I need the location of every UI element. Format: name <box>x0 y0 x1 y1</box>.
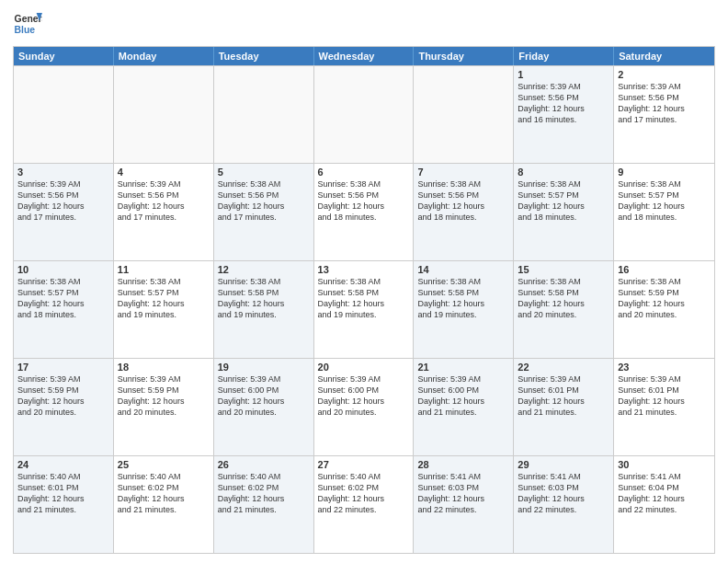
day-info: Sunrise: 5:39 AM Sunset: 5:56 PM Dayligh… <box>118 178 210 224</box>
day-info: Sunrise: 5:38 AM Sunset: 5:57 PM Dayligh… <box>518 178 609 224</box>
day-info: Sunrise: 5:40 AM Sunset: 6:02 PM Dayligh… <box>218 471 310 516</box>
day-info: Sunrise: 5:38 AM Sunset: 5:56 PM Dayligh… <box>218 178 310 224</box>
calendar-cell <box>14 66 114 163</box>
calendar-row: 10Sunrise: 5:38 AM Sunset: 5:57 PM Dayli… <box>14 260 714 358</box>
day-number: 13 <box>318 264 410 275</box>
calendar-cell: 12Sunrise: 5:38 AM Sunset: 5:58 PM Dayli… <box>214 261 314 358</box>
calendar-cell: 18Sunrise: 5:39 AM Sunset: 5:59 PM Dayli… <box>114 359 214 455</box>
calendar-cell <box>314 66 415 163</box>
calendar-cell: 8Sunrise: 5:38 AM Sunset: 5:57 PM Daylig… <box>514 164 614 260</box>
day-info: Sunrise: 5:39 AM Sunset: 6:01 PM Dayligh… <box>518 373 609 419</box>
day-info: Sunrise: 5:38 AM Sunset: 5:57 PM Dayligh… <box>618 178 711 224</box>
day-info: Sunrise: 5:38 AM Sunset: 5:58 PM Dayligh… <box>518 276 609 321</box>
calendar-cell: 29Sunrise: 5:41 AM Sunset: 6:03 PM Dayli… <box>514 456 614 553</box>
day-info: Sunrise: 5:40 AM Sunset: 6:02 PM Dayligh… <box>318 471 410 516</box>
calendar-cell: 16Sunrise: 5:38 AM Sunset: 5:59 PM Dayli… <box>614 261 714 358</box>
day-number: 18 <box>118 362 210 373</box>
logo-icon: General Blue <box>13 9 42 39</box>
calendar-cell <box>114 66 214 163</box>
day-number: 27 <box>318 459 410 470</box>
day-number: 16 <box>618 264 711 275</box>
day-number: 30 <box>618 459 711 470</box>
day-number: 5 <box>218 167 310 178</box>
calendar-cell <box>214 66 314 163</box>
calendar-cell: 22Sunrise: 5:39 AM Sunset: 6:01 PM Dayli… <box>514 359 614 455</box>
day-info: Sunrise: 5:38 AM Sunset: 5:56 PM Dayligh… <box>318 178 410 224</box>
calendar-cell: 14Sunrise: 5:38 AM Sunset: 5:58 PM Dayli… <box>414 261 514 358</box>
day-info: Sunrise: 5:40 AM Sunset: 6:01 PM Dayligh… <box>17 471 109 516</box>
day-info: Sunrise: 5:39 AM Sunset: 6:00 PM Dayligh… <box>318 373 410 419</box>
day-info: Sunrise: 5:38 AM Sunset: 5:58 PM Dayligh… <box>417 276 509 321</box>
calendar: SundayMondayTuesdayWednesdayThursdayFrid… <box>13 46 715 554</box>
day-number: 4 <box>118 167 210 178</box>
calendar-row: 24Sunrise: 5:40 AM Sunset: 6:01 PM Dayli… <box>14 455 714 553</box>
calendar-cell <box>414 66 514 163</box>
day-number: 2 <box>618 69 711 80</box>
calendar-row: 1Sunrise: 5:39 AM Sunset: 5:56 PM Daylig… <box>14 65 714 163</box>
day-info: Sunrise: 5:38 AM Sunset: 5:57 PM Dayligh… <box>17 276 109 321</box>
calendar-cell: 1Sunrise: 5:39 AM Sunset: 5:56 PM Daylig… <box>514 66 614 163</box>
page: General Blue SundayMondayTuesdayWednesda… <box>0 0 728 563</box>
calendar-cell: 21Sunrise: 5:39 AM Sunset: 6:00 PM Dayli… <box>414 359 514 455</box>
day-number: 22 <box>518 362 609 373</box>
calendar-body: 1Sunrise: 5:39 AM Sunset: 5:56 PM Daylig… <box>14 65 714 553</box>
day-info: Sunrise: 5:39 AM Sunset: 5:59 PM Dayligh… <box>118 373 210 419</box>
calendar-cell: 30Sunrise: 5:41 AM Sunset: 6:04 PM Dayli… <box>614 456 714 553</box>
day-info: Sunrise: 5:38 AM Sunset: 5:59 PM Dayligh… <box>618 276 711 321</box>
day-number: 28 <box>417 459 509 470</box>
calendar-header: SundayMondayTuesdayWednesdayThursdayFrid… <box>14 47 714 65</box>
day-info: Sunrise: 5:41 AM Sunset: 6:03 PM Dayligh… <box>518 471 609 516</box>
calendar-row: 17Sunrise: 5:39 AM Sunset: 5:59 PM Dayli… <box>14 358 714 455</box>
calendar-cell: 4Sunrise: 5:39 AM Sunset: 5:56 PM Daylig… <box>114 164 214 260</box>
calendar-cell: 5Sunrise: 5:38 AM Sunset: 5:56 PM Daylig… <box>214 164 314 260</box>
weekday-header: Tuesday <box>214 47 314 65</box>
calendar-cell: 10Sunrise: 5:38 AM Sunset: 5:57 PM Dayli… <box>14 261 114 358</box>
calendar-cell: 24Sunrise: 5:40 AM Sunset: 6:01 PM Dayli… <box>14 456 114 553</box>
day-info: Sunrise: 5:41 AM Sunset: 6:03 PM Dayligh… <box>417 471 509 516</box>
day-info: Sunrise: 5:38 AM Sunset: 5:58 PM Dayligh… <box>218 276 310 321</box>
day-number: 10 <box>17 264 109 275</box>
day-number: 8 <box>518 167 609 178</box>
day-number: 6 <box>318 167 410 178</box>
day-info: Sunrise: 5:39 AM Sunset: 6:01 PM Dayligh… <box>618 373 711 419</box>
day-info: Sunrise: 5:38 AM Sunset: 5:57 PM Dayligh… <box>118 276 210 321</box>
day-number: 29 <box>518 459 609 470</box>
calendar-cell: 19Sunrise: 5:39 AM Sunset: 6:00 PM Dayli… <box>214 359 314 455</box>
day-info: Sunrise: 5:39 AM Sunset: 5:59 PM Dayligh… <box>17 373 109 419</box>
day-number: 3 <box>17 167 109 178</box>
calendar-cell: 23Sunrise: 5:39 AM Sunset: 6:01 PM Dayli… <box>614 359 714 455</box>
calendar-cell: 28Sunrise: 5:41 AM Sunset: 6:03 PM Dayli… <box>414 456 514 553</box>
day-number: 25 <box>118 459 210 470</box>
calendar-cell: 9Sunrise: 5:38 AM Sunset: 5:57 PM Daylig… <box>614 164 714 260</box>
day-number: 7 <box>417 167 509 178</box>
logo: General Blue <box>13 9 42 39</box>
day-number: 11 <box>118 264 210 275</box>
day-number: 20 <box>318 362 410 373</box>
calendar-cell: 13Sunrise: 5:38 AM Sunset: 5:58 PM Dayli… <box>314 261 415 358</box>
day-number: 1 <box>518 69 609 80</box>
calendar-cell: 2Sunrise: 5:39 AM Sunset: 5:56 PM Daylig… <box>614 66 714 163</box>
weekday-header: Sunday <box>14 47 114 65</box>
calendar-cell: 27Sunrise: 5:40 AM Sunset: 6:02 PM Dayli… <box>314 456 415 553</box>
day-number: 24 <box>17 459 109 470</box>
day-number: 15 <box>518 264 609 275</box>
day-number: 12 <box>218 264 310 275</box>
header: General Blue <box>13 9 715 39</box>
day-info: Sunrise: 5:39 AM Sunset: 6:00 PM Dayligh… <box>218 373 310 419</box>
day-number: 26 <box>218 459 310 470</box>
day-info: Sunrise: 5:39 AM Sunset: 5:56 PM Dayligh… <box>518 81 609 126</box>
day-number: 23 <box>618 362 711 373</box>
day-number: 19 <box>218 362 310 373</box>
calendar-cell: 26Sunrise: 5:40 AM Sunset: 6:02 PM Dayli… <box>214 456 314 553</box>
calendar-cell: 20Sunrise: 5:39 AM Sunset: 6:00 PM Dayli… <box>314 359 415 455</box>
svg-text:Blue: Blue <box>15 25 36 35</box>
calendar-cell: 7Sunrise: 5:38 AM Sunset: 5:56 PM Daylig… <box>414 164 514 260</box>
calendar-cell: 3Sunrise: 5:39 AM Sunset: 5:56 PM Daylig… <box>14 164 114 260</box>
calendar-cell: 15Sunrise: 5:38 AM Sunset: 5:58 PM Dayli… <box>514 261 614 358</box>
day-info: Sunrise: 5:39 AM Sunset: 6:00 PM Dayligh… <box>417 373 509 419</box>
weekday-header: Wednesday <box>314 47 415 65</box>
calendar-cell: 25Sunrise: 5:40 AM Sunset: 6:02 PM Dayli… <box>114 456 214 553</box>
day-number: 21 <box>417 362 509 373</box>
calendar-cell: 11Sunrise: 5:38 AM Sunset: 5:57 PM Dayli… <box>114 261 214 358</box>
calendar-row: 3Sunrise: 5:39 AM Sunset: 5:56 PM Daylig… <box>14 163 714 260</box>
